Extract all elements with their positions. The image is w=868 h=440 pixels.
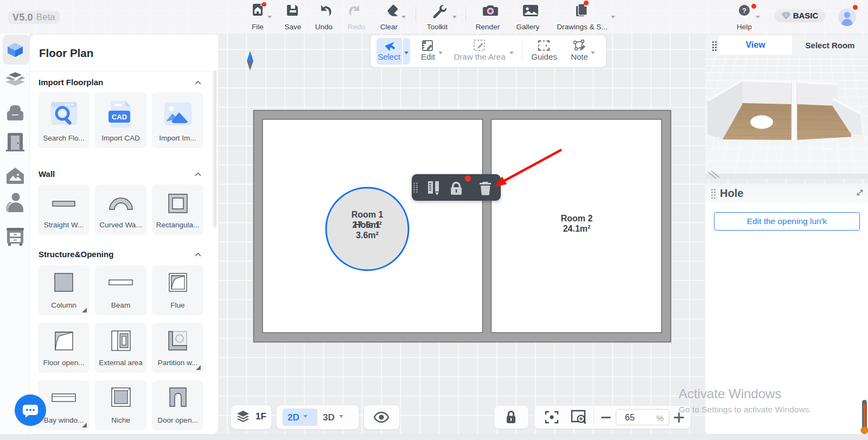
svg-text:?: ?: [742, 7, 746, 15]
svg-text:CAD: CAD: [111, 113, 126, 121]
